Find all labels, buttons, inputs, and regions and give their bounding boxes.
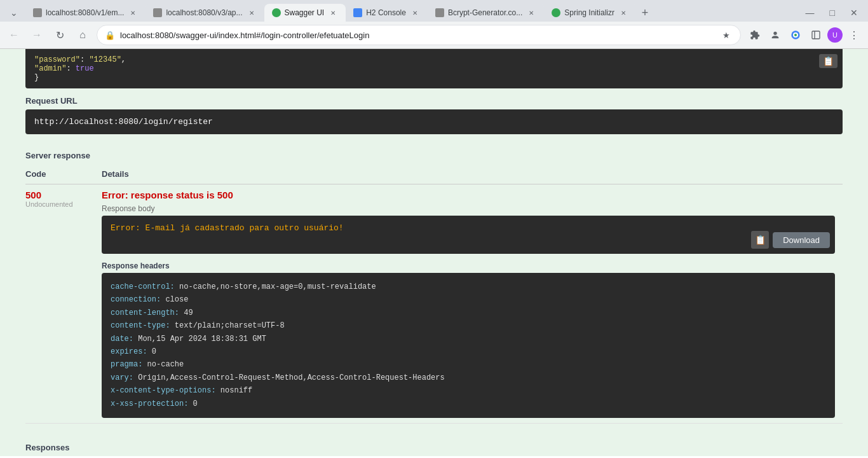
request-url-value: http://localhost:8080/login/register: [25, 109, 843, 134]
tab-2-close[interactable]: ✕: [247, 8, 257, 18]
status-500-code: 500: [25, 190, 94, 200]
code-line-admin: "admin": true: [34, 64, 834, 73]
tab-5-favicon: [435, 8, 444, 17]
address-bar[interactable]: 🔒 localhost:8080/swagger-ui/index.html#/…: [97, 25, 741, 45]
tab-3-label: Swagger UI: [285, 8, 325, 17]
profile-manager-icon[interactable]: [766, 26, 784, 44]
response-body-text: Error: E-mail já cadastrado para outro u…: [111, 223, 826, 233]
tab-2-label: localhost:8080/v3/ap...: [166, 8, 242, 17]
tab-6-favicon: [552, 8, 560, 17]
tab-bar: ⌄ localhost:8080/v1/em... ✕ localhost:80…: [0, 0, 868, 22]
request-url-label: Request URL: [25, 88, 843, 109]
tab-overflow-btn[interactable]: ⌄: [5, 4, 23, 22]
restore-button[interactable]: □: [825, 6, 840, 19]
code-line-close: }: [34, 73, 834, 82]
header-connection: connection: close: [111, 293, 826, 306]
header-content-type: content-type: text/plain;charset=UTF-8: [111, 319, 826, 332]
back-button[interactable]: ←: [5, 26, 23, 44]
svg-point-3: [794, 34, 797, 36]
tab-2[interactable]: localhost:8080/v3/ap... ✕: [146, 4, 264, 22]
tab-4-favicon: [353, 8, 362, 17]
server-response-label: Server response: [25, 143, 843, 164]
forward-button[interactable]: →: [28, 26, 46, 44]
tab-1[interactable]: localhost:8080/v1/em... ✕: [25, 4, 146, 22]
tab-3-swagger[interactable]: Swagger UI ✕: [264, 4, 346, 22]
svg-rect-4: [812, 31, 820, 39]
address-bar-icons: ★: [720, 29, 733, 41]
tab-5-label: Bcrypt-Generator.co...: [448, 8, 522, 17]
tab-4-close[interactable]: ✕: [410, 8, 420, 18]
details-cell: Error: response status is 500 Response b…: [102, 184, 843, 424]
swagger-content: "password": "12345", "admin": true } 📋 R…: [0, 49, 868, 456]
response-body-block: Error: E-mail já cadastrado para outro u…: [102, 216, 835, 254]
menu-icon[interactable]: ⋮: [845, 26, 863, 44]
chromium-icon[interactable]: [787, 26, 804, 44]
tab-6-label: Spring Initializr: [564, 8, 614, 17]
tab-2-favicon: [153, 8, 162, 17]
header-date: date: Mon,15 Apr 2024 18:38:31 GMT: [111, 333, 826, 345]
header-x-xss: x-xss-protection: 0: [111, 398, 826, 410]
response-body-actions: 📋 Download: [751, 231, 830, 249]
header-pragma: pragma: no-cache: [111, 358, 826, 371]
svg-point-0: [773, 32, 776, 35]
tab-1-label: localhost:8080/v1/em...: [46, 8, 124, 17]
tab-1-close[interactable]: ✕: [128, 8, 138, 18]
header-cache-control: cache-control: no-cache,no-store,max-age…: [111, 281, 826, 293]
undocumented-label: Undocumented: [25, 200, 94, 208]
minimize-button[interactable]: —: [801, 6, 820, 19]
bookmark-icon[interactable]: ★: [720, 29, 733, 41]
home-button[interactable]: ⌂: [74, 26, 92, 44]
responses-label: Responses: [25, 435, 843, 456]
reload-button[interactable]: ↻: [51, 26, 69, 44]
sidebar-toggle-icon[interactable]: [807, 26, 825, 44]
browser-chrome: ⌄ localhost:8080/v1/em... ✕ localhost:80…: [0, 0, 868, 49]
new-tab-button[interactable]: +: [636, 4, 654, 22]
details-header: Details: [102, 164, 843, 184]
header-vary: vary: Origin,Access-Control-Request-Meth…: [111, 371, 826, 384]
header-x-content-type: x-content-type-options: nosniff: [111, 384, 826, 397]
responses-section: Responses Code Description Links 200: [25, 435, 843, 456]
server-response-section: Server response Code Details 500 Undocum…: [25, 143, 843, 424]
window-controls: — □ ✕: [801, 6, 863, 19]
copy-code-button[interactable]: 📋: [819, 54, 837, 68]
tab-5-bcrypt[interactable]: Bcrypt-Generator.co... ✕: [428, 4, 544, 22]
address-url[interactable]: localhost:8080/swagger-ui/index.html#/lo…: [120, 31, 715, 40]
address-bar-row: ← → ↻ ⌂ 🔒 localhost:8080/swagger-ui/inde…: [0, 22, 868, 48]
tab-6-spring[interactable]: Spring Initializr ✕: [544, 4, 636, 22]
tab-5-close[interactable]: ✕: [526, 8, 536, 18]
close-window-button[interactable]: ✕: [845, 6, 863, 19]
lock-icon: 🔒: [105, 31, 115, 40]
code-header: Code: [25, 164, 102, 184]
extensions-icon[interactable]: [746, 26, 764, 44]
toolbar-icons: U ⋮: [746, 26, 863, 44]
table-row-500: 500 Undocumented Error: response status …: [25, 184, 843, 424]
status-code-cell: 500 Undocumented: [25, 184, 102, 424]
user-avatar[interactable]: U: [827, 27, 843, 43]
request-body-code-block: "password": "12345", "admin": true } 📋: [25, 49, 843, 88]
tab-1-favicon: [33, 8, 42, 17]
copy-response-button[interactable]: 📋: [751, 231, 769, 249]
header-expires: expires: 0: [111, 345, 826, 358]
download-button[interactable]: Download: [773, 232, 830, 248]
response-headers-label: Response headers: [102, 261, 835, 270]
page-content: "password": "12345", "admin": true } 📋 R…: [0, 49, 868, 456]
server-response-table: Code Details 500 Undocumented Error: res…: [25, 164, 843, 424]
error-title: Error: response status is 500: [102, 190, 835, 200]
response-headers-block: cache-control: no-cache,no-store,max-age…: [102, 273, 835, 418]
tab-3-close[interactable]: ✕: [328, 8, 338, 18]
response-body-label: Response body: [102, 204, 835, 213]
code-line-password: "password": "12345",: [34, 55, 834, 64]
tab-6-close[interactable]: ✕: [618, 8, 628, 18]
tab-3-favicon: [272, 8, 281, 17]
header-content-length: content-length: 49: [111, 307, 826, 319]
tab-4-h2[interactable]: H2 Console ✕: [346, 4, 428, 22]
tab-4-label: H2 Console: [366, 8, 406, 17]
